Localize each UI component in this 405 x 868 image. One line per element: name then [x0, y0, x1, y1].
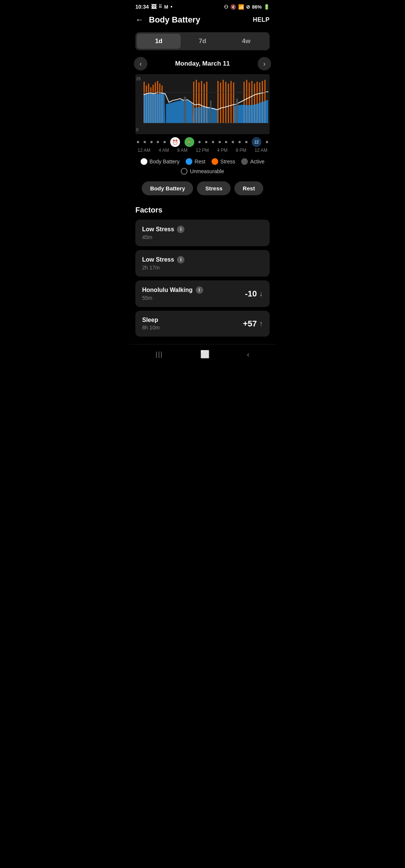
- factor-name-2: Low Stress i: [142, 256, 184, 263]
- factor-duration-4: 8h 10m: [142, 325, 160, 331]
- dot-1: [137, 141, 139, 143]
- body-battery-chart[interactable]: 25 0: [135, 74, 270, 134]
- prev-date-button[interactable]: ‹: [134, 57, 147, 70]
- svg-rect-20: [228, 84, 229, 123]
- recent-apps-button[interactable]: |||: [156, 350, 163, 358]
- factor-sleep[interactable]: Sleep 8h 10m +57 ↑: [135, 311, 270, 337]
- svg-rect-16: [218, 81, 219, 123]
- factors-title: Factors: [135, 203, 270, 220]
- status-right: ⚇ 🔇 📶 ⊘ 86% 🔋: [224, 4, 270, 10]
- no-circle-icon: ⊘: [246, 4, 250, 10]
- factor-name-1: Low Stress i: [142, 226, 184, 233]
- dot-13: [245, 141, 248, 143]
- battery-percent: 86%: [252, 4, 262, 10]
- legend-active: Active: [241, 158, 264, 165]
- chart-y-axis: 25 0: [136, 74, 141, 134]
- dot-11: [232, 141, 234, 143]
- factor-right-4: +57 ↑: [243, 319, 263, 329]
- tab-7d[interactable]: 7d: [181, 34, 225, 49]
- arrow-up-icon-4: ↑: [259, 319, 263, 328]
- factor-left-2: Low Stress i 2h 17m: [142, 256, 184, 271]
- grid-icon: ⠿: [159, 4, 162, 9]
- legend-label-rest: Rest: [195, 159, 206, 165]
- alarm-icon: ⏰: [170, 137, 180, 147]
- time-label-4pm: 4 PM: [217, 148, 228, 153]
- info-icon-3[interactable]: i: [196, 286, 203, 294]
- factor-low-stress-1[interactable]: Low Stress i 45m: [135, 220, 270, 246]
- legend-rest: Rest: [186, 158, 206, 165]
- legend-dot-white: [141, 158, 147, 165]
- factor-left-4: Sleep 8h 10m: [142, 317, 160, 331]
- back-nav-button[interactable]: ‹: [247, 350, 250, 359]
- factor-low-stress-2[interactable]: Low Stress i 2h 17m: [135, 250, 270, 277]
- factor-left-3: Honolulu Walking i 55m: [142, 286, 203, 301]
- time-label-8pm: 8 PM: [236, 148, 246, 153]
- time-label-12am: 12 AM: [138, 148, 150, 153]
- legend-unmeasurable: Unmeasurable: [181, 168, 224, 175]
- tab-4w[interactable]: 4w: [224, 34, 268, 49]
- status-left: 10:34 🖼 ⠿ M •: [135, 4, 172, 10]
- dot-10: [225, 141, 227, 143]
- current-date: Monday, March 11: [175, 60, 230, 67]
- legend-dot-blue: [186, 158, 192, 165]
- dot-indicator: •: [171, 4, 172, 10]
- filter-buttons: Body Battery Stress Rest: [129, 178, 276, 201]
- time-label-12pm: 12 PM: [196, 148, 209, 153]
- photo-icon: 🖼: [151, 4, 156, 10]
- svg-rect-21: [231, 81, 232, 123]
- home-button[interactable]: ⬜: [200, 350, 210, 359]
- grid-line-0: [144, 123, 270, 123]
- svg-rect-17: [220, 82, 221, 123]
- chevron-left-icon: ‹: [140, 60, 142, 68]
- factor-left-1: Low Stress i 45m: [142, 226, 184, 240]
- factor-walking[interactable]: Honolulu Walking i 55m -10 ↓: [135, 280, 270, 307]
- info-icon-1[interactable]: i: [177, 226, 184, 233]
- dot-2: [144, 141, 146, 143]
- page-header: ← Body Battery HELP: [129, 12, 276, 29]
- grid-line-25: [144, 92, 270, 93]
- legend-stress: Stress: [212, 158, 236, 165]
- legend-label-unmeasurable: Unmeasurable: [190, 168, 224, 174]
- legend-label-active: Active: [250, 159, 264, 165]
- svg-rect-34: [236, 99, 238, 123]
- dot-14: [266, 141, 268, 143]
- chart-time-labels: 12 AM 4 AM 8 AM 12 PM 4 PM 8 PM 12 AM: [135, 147, 270, 153]
- chart-svg: [135, 74, 270, 134]
- filter-stress[interactable]: Stress: [197, 181, 231, 195]
- svg-rect-32: [184, 97, 186, 123]
- legend-dot-outline: [181, 168, 188, 175]
- legend-dot-gray: [241, 158, 248, 165]
- legend-body-battery: Body Battery: [141, 158, 180, 165]
- svg-rect-22: [233, 82, 234, 123]
- factor-name-4: Sleep: [142, 317, 160, 323]
- legend-label-stress: Stress: [220, 159, 236, 165]
- factor-value-4: +57: [243, 319, 257, 329]
- factor-value-3: -10: [245, 289, 257, 299]
- factor-duration-3: 55m: [142, 295, 203, 301]
- info-icon-2[interactable]: i: [177, 256, 184, 263]
- mute-icon: 🔇: [230, 4, 236, 10]
- tab-1d[interactable]: 1d: [137, 34, 181, 49]
- chart-timeline: ⏰ 🚶 ZZ: [135, 136, 270, 147]
- page-title: Body Battery: [149, 15, 200, 25]
- next-date-button[interactable]: ›: [258, 57, 271, 70]
- back-button[interactable]: ←: [135, 15, 144, 25]
- y-label-25: 25: [136, 76, 141, 81]
- sleep-icon: ZZ: [252, 137, 261, 147]
- chart-legend: Body Battery Rest Stress Active Unmeasur…: [129, 153, 276, 178]
- header-left: ← Body Battery: [135, 15, 200, 25]
- time-range-tabs: 1d 7d 4w: [135, 32, 270, 50]
- date-navigation: ‹ Monday, March 11 ›: [129, 55, 276, 74]
- dot-8: [212, 141, 214, 143]
- factor-right-3: -10 ↓: [245, 289, 263, 299]
- y-label-0: 0: [136, 127, 141, 132]
- filter-rest[interactable]: Rest: [234, 181, 263, 195]
- dot-12: [238, 141, 241, 143]
- bottom-navigation: ||| ⬜ ‹: [129, 344, 276, 362]
- dot-4: [157, 141, 159, 143]
- filter-body-battery[interactable]: Body Battery: [142, 181, 193, 195]
- status-bar: 10:34 🖼 ⠿ M • ⚇ 🔇 📶 ⊘ 86% 🔋: [129, 0, 276, 12]
- help-button[interactable]: HELP: [253, 16, 270, 23]
- time-label-12am-end: 12 AM: [255, 148, 267, 153]
- time-label-8am: 8 AM: [177, 148, 188, 153]
